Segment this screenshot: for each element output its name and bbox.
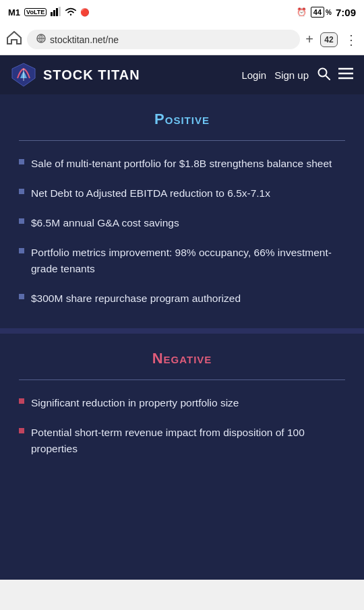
wifi-icon	[65, 7, 76, 18]
svg-rect-2	[56, 8, 58, 16]
tabs-count-button[interactable]: 42	[320, 32, 338, 47]
browser-actions: + 42 ⋮	[305, 32, 357, 48]
alarm-icon: ⏰	[297, 7, 307, 17]
list-item: $6.5M annual G&A cost savings	[19, 215, 345, 231]
url-text: stocktitan.net/ne	[50, 34, 119, 45]
positive-item-5: $300M share repurchase program authorize…	[31, 291, 241, 307]
negative-list: Significant reduction in property portfo…	[19, 395, 345, 457]
list-item: Sale of multi-tenant portfolio for $1.8B…	[19, 156, 345, 172]
list-item: $300M share repurchase program authorize…	[19, 291, 345, 307]
login-link[interactable]: Login	[241, 69, 266, 81]
list-item: Net Debt to Adjusted EBITDA reduction to…	[19, 185, 345, 202]
positive-list: Sale of multi-tenant portfolio for $1.8B…	[19, 156, 345, 307]
hamburger-menu-icon[interactable]	[338, 66, 353, 84]
red-circle-icon: 🔴	[80, 8, 90, 17]
status-left: M1 VoLTE 🔴	[8, 7, 90, 18]
app-logo-icon	[11, 62, 36, 88]
app-header: STOCK TITAN Login Sign up	[0, 55, 364, 94]
positive-divider	[19, 140, 345, 141]
svg-rect-3	[59, 7, 61, 16]
list-item: Significant reduction in property portfo…	[19, 395, 345, 411]
bullet-icon	[19, 248, 24, 253]
negative-section-title: Negative	[19, 350, 345, 367]
app-title: STOCK TITAN	[43, 67, 140, 83]
bullet-icon	[19, 398, 24, 404]
url-security-icon	[36, 34, 46, 45]
app-nav: Login Sign up	[241, 66, 353, 84]
negative-divider	[19, 379, 345, 380]
positive-section-title: Positive	[19, 111, 345, 128]
negative-item-2: Potential short-term revenue impact from…	[31, 425, 345, 457]
signup-link[interactable]: Sign up	[274, 69, 309, 81]
carrier-label: M1	[8, 7, 20, 18]
list-item: Portfolio metrics improvement: 98% occup…	[19, 245, 345, 277]
status-right: ⏰ 44 % 7:09	[297, 7, 356, 18]
new-tab-button[interactable]: +	[305, 32, 313, 47]
bullet-icon	[19, 294, 24, 299]
volte-badge: VoLTE	[24, 8, 47, 16]
positive-item-2: Net Debt to Adjusted EBITDA reduction to…	[31, 185, 270, 202]
bullet-icon	[19, 218, 24, 224]
browser-home-button[interactable]	[7, 31, 22, 48]
search-icon[interactable]	[317, 67, 330, 84]
bullet-icon	[19, 159, 24, 164]
svg-rect-1	[53, 10, 55, 16]
svg-rect-0	[51, 12, 53, 16]
main-content: Positive Sale of multi-tenant portfolio …	[0, 94, 364, 580]
app-logo-area: STOCK TITAN	[11, 62, 140, 88]
bullet-icon	[19, 189, 24, 194]
positive-item-4: Portfolio metrics improvement: 98% occup…	[31, 245, 345, 277]
positive-item-3: $6.5M annual G&A cost savings	[31, 215, 179, 231]
bullet-icon	[19, 428, 24, 433]
browser-bar: stocktitan.net/ne + 42 ⋮	[0, 24, 364, 55]
browser-menu-button[interactable]: ⋮	[344, 32, 357, 48]
status-bar: M1 VoLTE 🔴 ⏰ 44 % 7:09	[0, 0, 364, 24]
time-display: 7:09	[336, 7, 356, 18]
battery-indicator: 44 %	[311, 7, 332, 18]
positive-section: Positive Sale of multi-tenant portfolio …	[0, 94, 364, 328]
svg-line-10	[326, 75, 330, 80]
signal-icon	[51, 7, 61, 18]
list-item: Potential short-term revenue impact from…	[19, 425, 345, 457]
negative-item-1: Significant reduction in property portfo…	[31, 395, 239, 411]
negative-section: Negative Significant reduction in proper…	[0, 334, 364, 479]
positive-item-1: Sale of multi-tenant portfolio for $1.8B…	[31, 156, 332, 172]
section-gap	[0, 328, 364, 334]
url-bar[interactable]: stocktitan.net/ne	[27, 30, 300, 49]
